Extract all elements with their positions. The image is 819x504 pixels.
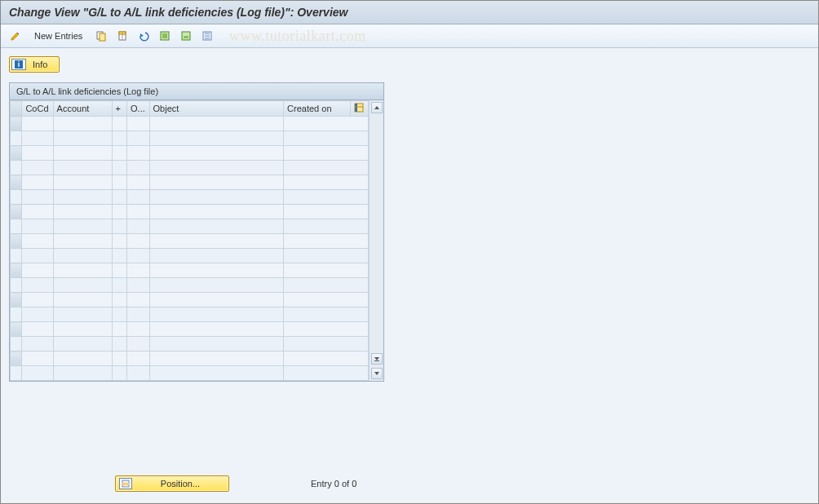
cell-cocd[interactable]	[22, 205, 53, 219]
cell-cocd[interactable]	[22, 219, 53, 234]
cell-cocd[interactable]	[22, 351, 53, 366]
cell-created[interactable]	[284, 293, 369, 307]
cell-created[interactable]	[284, 205, 369, 219]
vertical-scrollbar[interactable]	[369, 100, 383, 381]
cell-created[interactable]	[284, 190, 369, 205]
row-selector[interactable]	[11, 219, 22, 234]
cell-cocd[interactable]	[22, 146, 53, 161]
col-cocd-header[interactable]: CoCd	[22, 101, 53, 117]
col-account-header[interactable]: Account	[53, 101, 112, 117]
cell-account[interactable]	[53, 366, 112, 381]
cell-cocd[interactable]	[22, 190, 53, 205]
cell-account[interactable]	[53, 293, 112, 307]
cell-o[interactable]	[127, 175, 149, 190]
cell-plus[interactable]	[112, 249, 127, 263]
cell-object[interactable]	[149, 190, 284, 205]
copy-as-icon[interactable]	[93, 28, 109, 44]
cell-cocd[interactable]	[22, 249, 53, 263]
row-selector[interactable]	[11, 175, 22, 190]
cell-created[interactable]	[284, 337, 369, 351]
cell-o[interactable]	[127, 161, 149, 175]
cell-o[interactable]	[127, 263, 149, 278]
select-all-icon[interactable]	[157, 28, 173, 44]
row-selector[interactable]	[11, 205, 22, 219]
cell-cocd[interactable]	[22, 278, 53, 293]
cell-created[interactable]	[284, 278, 369, 293]
cell-object[interactable]	[149, 175, 284, 190]
row-selector[interactable]	[11, 263, 22, 278]
cell-object[interactable]	[149, 278, 284, 293]
cell-cocd[interactable]	[22, 117, 53, 131]
cell-o[interactable]	[127, 278, 149, 293]
cell-o[interactable]	[127, 293, 149, 307]
cell-object[interactable]	[149, 249, 284, 263]
cell-object[interactable]	[149, 263, 284, 278]
cell-object[interactable]	[149, 161, 284, 175]
cell-object[interactable]	[149, 117, 284, 131]
cell-o[interactable]	[127, 234, 149, 249]
cell-o[interactable]	[127, 307, 149, 322]
cell-plus[interactable]	[112, 117, 127, 131]
cell-account[interactable]	[53, 190, 112, 205]
cell-o[interactable]	[127, 322, 149, 337]
cell-object[interactable]	[149, 205, 284, 219]
row-selector[interactable]	[11, 307, 22, 322]
cell-object[interactable]	[149, 234, 284, 249]
cell-cocd[interactable]	[22, 293, 53, 307]
cell-created[interactable]	[284, 161, 369, 175]
cell-account[interactable]	[53, 337, 112, 351]
cell-account[interactable]	[53, 161, 112, 175]
cell-account[interactable]	[53, 205, 112, 219]
cell-plus[interactable]	[112, 337, 127, 351]
scroll-bottom-icon[interactable]	[371, 353, 383, 365]
cell-plus[interactable]	[112, 205, 127, 219]
cell-created[interactable]	[284, 117, 369, 131]
cell-plus[interactable]	[112, 219, 127, 234]
cell-cocd[interactable]	[22, 263, 53, 278]
cell-o[interactable]	[127, 190, 149, 205]
col-plus-header[interactable]: +	[112, 101, 127, 117]
deselect-all-icon[interactable]	[199, 28, 215, 44]
cell-account[interactable]	[53, 307, 112, 322]
row-selector[interactable]	[11, 234, 22, 249]
cell-plus[interactable]	[112, 175, 127, 190]
scroll-up-icon[interactable]	[371, 102, 383, 113]
info-button[interactable]: i Info	[9, 56, 60, 73]
cell-o[interactable]	[127, 219, 149, 234]
cell-cocd[interactable]	[22, 322, 53, 337]
undo-icon[interactable]	[135, 28, 152, 44]
cell-created[interactable]	[284, 219, 369, 234]
cell-o[interactable]	[127, 366, 149, 381]
row-selector[interactable]	[11, 351, 22, 366]
cell-o[interactable]	[127, 117, 149, 131]
cell-plus[interactable]	[112, 263, 127, 278]
cell-plus[interactable]	[112, 366, 127, 381]
cell-o[interactable]	[127, 205, 149, 219]
row-selector[interactable]	[11, 161, 22, 175]
cell-object[interactable]	[149, 351, 284, 366]
cell-object[interactable]	[149, 219, 284, 234]
cell-created[interactable]	[284, 131, 369, 146]
cell-account[interactable]	[53, 351, 112, 366]
delete-icon[interactable]	[114, 28, 131, 44]
cell-created[interactable]	[284, 366, 369, 381]
cell-account[interactable]	[53, 322, 112, 337]
col-created-header[interactable]: Created on	[284, 101, 351, 117]
row-selector[interactable]	[11, 146, 22, 161]
cell-cocd[interactable]	[22, 175, 53, 190]
cell-created[interactable]	[284, 249, 369, 263]
cell-created[interactable]	[284, 322, 369, 337]
cell-o[interactable]	[127, 146, 149, 161]
cell-plus[interactable]	[112, 234, 127, 249]
new-entries-button[interactable]: New Entries	[29, 29, 88, 43]
cell-object[interactable]	[149, 293, 284, 307]
cell-cocd[interactable]	[22, 337, 53, 351]
col-o-header[interactable]: O...	[127, 101, 149, 117]
cell-account[interactable]	[53, 234, 112, 249]
cell-cocd[interactable]	[22, 161, 53, 175]
cell-created[interactable]	[284, 263, 369, 278]
col-object-header[interactable]: Object	[149, 101, 284, 117]
cell-created[interactable]	[284, 234, 369, 249]
cell-o[interactable]	[127, 131, 149, 146]
cell-plus[interactable]	[112, 322, 127, 337]
